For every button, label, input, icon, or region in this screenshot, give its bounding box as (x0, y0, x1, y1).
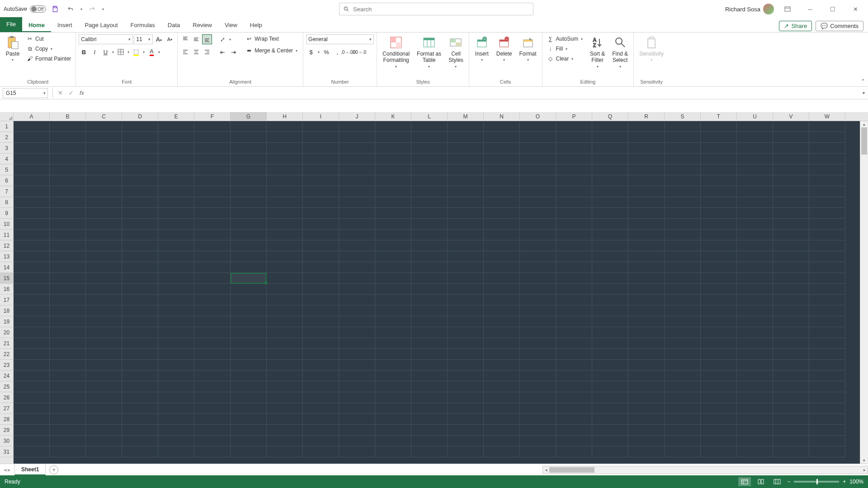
cell[interactable] (520, 164, 556, 175)
cell[interactable] (737, 371, 773, 381)
cell[interactable] (484, 273, 520, 284)
cell[interactable] (411, 197, 448, 208)
cell[interactable] (158, 164, 194, 175)
cell[interactable] (773, 132, 809, 143)
cell[interactable] (303, 327, 339, 338)
cell[interactable] (158, 230, 194, 240)
cell[interactable] (701, 403, 737, 414)
row-header[interactable]: 18 (0, 305, 13, 316)
cell[interactable] (122, 338, 158, 349)
cell[interactable] (628, 230, 665, 240)
cell[interactable] (520, 175, 556, 186)
cell[interactable] (267, 143, 303, 154)
cell[interactable] (665, 219, 701, 230)
cell[interactable] (122, 425, 158, 436)
cell[interactable] (158, 208, 194, 219)
cell[interactable] (520, 327, 556, 338)
cell[interactable] (773, 197, 809, 208)
cell[interactable] (86, 349, 122, 360)
decrease-decimal-icon[interactable]: .00→.0 (354, 47, 364, 57)
cell[interactable] (701, 186, 737, 197)
cell[interactable] (773, 208, 809, 219)
cell[interactable] (484, 349, 520, 360)
cell[interactable] (158, 219, 194, 230)
cell[interactable] (701, 381, 737, 392)
cell[interactable] (665, 349, 701, 360)
cell[interactable] (484, 295, 520, 305)
cell[interactable] (194, 403, 231, 414)
cell[interactable] (411, 219, 448, 230)
share-button[interactable]: ↗Share (779, 21, 812, 31)
cell[interactable] (14, 154, 50, 164)
cell[interactable] (267, 251, 303, 262)
cell[interactable] (592, 273, 628, 284)
cell[interactable] (122, 186, 158, 197)
row-header[interactable]: 5 (0, 164, 13, 175)
cell[interactable] (809, 164, 845, 175)
cell[interactable] (122, 316, 158, 327)
cell[interactable] (628, 240, 665, 251)
cell[interactable] (448, 143, 484, 154)
cell[interactable] (158, 360, 194, 371)
cell[interactable] (158, 349, 194, 360)
cell[interactable] (267, 305, 303, 316)
cell[interactable] (267, 349, 303, 360)
cell[interactable] (592, 219, 628, 230)
column-header[interactable]: N (484, 112, 520, 121)
font-name-combo[interactable]: Calibri (79, 34, 133, 44)
cell[interactable] (592, 197, 628, 208)
cell[interactable] (122, 360, 158, 371)
cell[interactable] (520, 425, 556, 436)
cell[interactable] (520, 230, 556, 240)
cell[interactable] (411, 143, 448, 154)
scroll-left-icon[interactable]: ◂ (543, 468, 549, 472)
cell[interactable] (448, 381, 484, 392)
cell[interactable] (556, 436, 592, 446)
cell[interactable] (122, 295, 158, 305)
cell[interactable] (194, 349, 231, 360)
cell[interactable] (194, 446, 231, 457)
cell[interactable] (448, 164, 484, 175)
cell[interactable] (701, 175, 737, 186)
cell[interactable] (665, 381, 701, 392)
cell[interactable] (448, 349, 484, 360)
cell[interactable] (773, 446, 809, 457)
cell[interactable] (303, 338, 339, 349)
cell[interactable] (158, 425, 194, 436)
cell[interactable] (339, 305, 375, 316)
cell[interactable] (773, 403, 809, 414)
search-box[interactable] (339, 3, 533, 15)
account-button[interactable]: Richard Sosa (725, 4, 774, 14)
cell[interactable] (50, 251, 86, 262)
cell[interactable] (194, 273, 231, 284)
cell[interactable] (14, 446, 50, 457)
cell[interactable] (628, 154, 665, 164)
ribbon-display-options-icon[interactable] (778, 2, 797, 16)
cell[interactable] (484, 284, 520, 295)
cell[interactable] (592, 132, 628, 143)
align-right-icon[interactable] (202, 47, 212, 57)
row-header[interactable]: 23 (0, 360, 13, 371)
cell[interactable] (122, 392, 158, 403)
cell[interactable] (809, 446, 845, 457)
cell[interactable] (231, 360, 267, 371)
decrease-font-icon[interactable]: A▾ (165, 34, 175, 44)
cell[interactable] (556, 262, 592, 273)
cell[interactable] (231, 154, 267, 164)
cell[interactable] (737, 186, 773, 197)
cell[interactable] (592, 414, 628, 425)
cell[interactable] (411, 208, 448, 219)
cell[interactable] (809, 414, 845, 425)
cell[interactable] (737, 403, 773, 414)
cell[interactable] (50, 392, 86, 403)
cell[interactable] (375, 392, 411, 403)
cell[interactable] (737, 425, 773, 436)
cell[interactable] (267, 240, 303, 251)
cell[interactable] (448, 338, 484, 349)
cell[interactable] (50, 262, 86, 273)
cell[interactable] (701, 230, 737, 240)
cell[interactable] (86, 316, 122, 327)
sheet-nav-prev-icon[interactable]: ◂ (4, 466, 7, 473)
cell[interactable] (375, 381, 411, 392)
cell[interactable] (158, 305, 194, 316)
